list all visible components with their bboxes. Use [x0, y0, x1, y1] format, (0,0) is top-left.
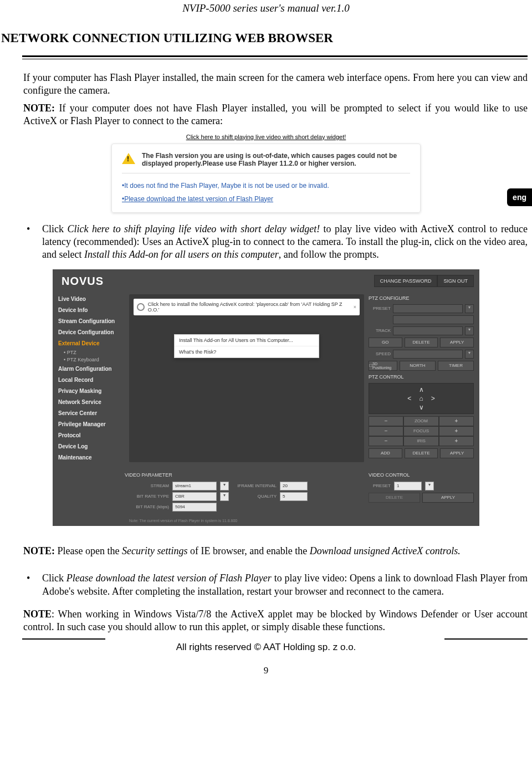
iframe-label: IFRAME INTERVAL	[232, 483, 277, 488]
cam-video-area[interactable]: Click here to install the following Acti…	[129, 294, 364, 462]
popup-risk-option[interactable]: What's the Risk?	[175, 346, 319, 357]
dropdown-icon[interactable]: ▾	[465, 350, 474, 359]
activex-install-bar[interactable]: Click here to install the following Acti…	[134, 299, 360, 315]
note1-label: NOTE:	[23, 103, 55, 114]
timer-button[interactable]: TIMER	[438, 361, 474, 371]
sidebar-item[interactable]: Device Configuration	[58, 328, 125, 337]
speed-input[interactable]	[393, 350, 463, 359]
bitrate-type-select[interactable]: CBR	[172, 492, 217, 501]
ptz-configure-title: PTZ CONFIGURE	[369, 294, 474, 302]
note1: NOTE: If your computer does not have Fla…	[23, 102, 528, 128]
sidebar-item[interactable]: Stream Configuration	[58, 316, 125, 326]
preset-name-input[interactable]	[393, 315, 474, 324]
info-icon	[137, 303, 145, 311]
stream-select[interactable]: stream1	[172, 482, 217, 490]
note1-text: If your computer does not have Flash Pla…	[23, 103, 528, 126]
bullet-icon: •	[27, 223, 42, 262]
quality-label: QUALITY	[232, 494, 277, 499]
track-input[interactable]	[393, 326, 463, 335]
bitrate-input[interactable]: 5094	[172, 503, 217, 512]
language-tab: eng	[507, 188, 532, 206]
video-parameter-title: VIDEO PARAMETER	[125, 470, 364, 480]
shift-widget-caption[interactable]: Click here to shift playing live video w…	[0, 134, 532, 140]
section-title: NETWORK CONNECTION UTILIZING WEB BROWSER	[0, 31, 532, 55]
cam-footnote: Note: The current version of Flash Playe…	[53, 519, 479, 526]
sidebar-item[interactable]: Privilege Manager	[58, 420, 125, 429]
bullet-icon: •	[27, 572, 42, 598]
sidebar-item-selected[interactable]: External Device	[58, 339, 125, 348]
apply-button2[interactable]: APPLY	[440, 448, 474, 458]
bitrate-label: BIT RATE (kbps)	[125, 504, 169, 509]
ptz-up-icon[interactable]: ∧	[419, 386, 424, 393]
sidebar-subitem[interactable]: • PTZ Keyboard	[58, 357, 125, 362]
preset-input[interactable]	[393, 304, 463, 313]
iris-minus[interactable]: −	[369, 436, 403, 446]
sidebar-item[interactable]: Live Video	[58, 294, 125, 304]
speed-label: SPEED	[369, 351, 391, 356]
ptz-left-icon[interactable]: <	[407, 395, 411, 402]
dropdown-icon[interactable]: ▾	[220, 492, 229, 501]
sign-out-button[interactable]: SIGN OUT	[437, 275, 474, 287]
dropdown-icon[interactable]: ▾	[465, 304, 474, 313]
flash-link-download[interactable]: •Please download the latest version of F…	[122, 192, 410, 206]
sidebar-subitem[interactable]: • PTZ	[58, 350, 125, 355]
camera-ui-screenshot: NOVUS CHANGE PASSWORD SIGN OUT Live Vide…	[53, 269, 479, 526]
vc-preset-input[interactable]: 1	[394, 482, 422, 490]
ptz-home-icon[interactable]: ⌂	[419, 395, 423, 402]
stream-label: STREAM	[125, 483, 169, 488]
video-control-title: VIDEO CONTROL	[369, 470, 474, 480]
delete-button[interactable]: DELETE	[405, 338, 438, 347]
vc-delete-button[interactable]: DELETE	[369, 493, 420, 503]
iris-plus[interactable]: +	[439, 436, 474, 446]
sidebar-item[interactable]: Device Info	[58, 305, 125, 315]
page-number: 9	[0, 665, 532, 676]
vc-apply-button[interactable]: APPLY	[422, 493, 474, 503]
ptz-pad: ∧ <⌂> ∨	[369, 383, 474, 414]
bullet1-text: Click Click here to shift playing life v…	[42, 223, 528, 262]
popup-install-option[interactable]: Install This Add-on for All Users on Thi…	[175, 335, 319, 346]
sidebar-item[interactable]: Alarm Configuration	[58, 364, 125, 374]
note2: NOTE: Please open the Security settings …	[23, 545, 528, 558]
close-icon[interactable]: ×	[354, 304, 356, 310]
ptz-right-icon[interactable]: >	[431, 395, 435, 402]
sidebar-item[interactable]: Privacy Masking	[58, 386, 125, 396]
focus-plus[interactable]: +	[439, 426, 474, 436]
ptz-control-title: PTZ CONTROL	[369, 373, 474, 381]
vc-preset-label: PRESET	[369, 483, 391, 488]
sidebar-item[interactable]: Local Record	[58, 375, 125, 385]
double-rule	[22, 55, 528, 59]
sidebar-item[interactable]: Device Log	[58, 442, 125, 451]
sidebar-item[interactable]: Service Center	[58, 408, 125, 418]
flash-warning-text: The Flash version you are using is out-o…	[142, 152, 410, 167]
add-button[interactable]: ADD	[369, 448, 402, 458]
apply-button[interactable]: APPLY	[440, 338, 474, 347]
dropdown-icon[interactable]: ▾	[220, 482, 229, 490]
zoom-plus[interactable]: +	[439, 416, 474, 426]
zoom-minus[interactable]: −	[369, 416, 403, 426]
bullet2-text: Click Please download the latest version…	[42, 572, 528, 598]
sidebar-item[interactable]: Maintenance	[58, 453, 125, 462]
doc-header: NVIP-5000 series user's manual ver.1.0	[0, 0, 532, 31]
iframe-input[interactable]: 20	[280, 482, 308, 490]
preset-label: PRESET	[369, 306, 391, 311]
quality-input[interactable]: 5	[280, 492, 308, 501]
novus-logo: NOVUS	[58, 275, 104, 288]
sidebar-item[interactable]: Protocol	[58, 431, 125, 440]
ptz-down-icon[interactable]: ∨	[419, 403, 424, 411]
dropdown-icon[interactable]: ▾	[465, 326, 474, 335]
zoom-focus-iris-grid: −ZOOM+ −FOCUS+ −IRIS+	[369, 416, 474, 446]
copyright: All rights reserved © AAT Holding sp. z …	[0, 640, 532, 665]
focus-minus[interactable]: −	[369, 426, 403, 436]
dropdown-icon[interactable]: ▾	[425, 482, 434, 490]
delete-button2[interactable]: DELETE	[405, 448, 438, 458]
go-button[interactable]: GO	[369, 338, 402, 347]
north-button[interactable]: NORTH	[400, 361, 436, 371]
3d-positioning-checkbox[interactable]: ☐ 3D Positioning	[369, 361, 397, 371]
change-password-button[interactable]: CHANGE PASSWORD	[374, 275, 438, 287]
cam-sidebar: Live Video Device Info Stream Configurat…	[58, 294, 125, 462]
intro-paragraph: If your computer has Flash Player instal…	[23, 71, 528, 98]
install-popup: Install This Add-on for All Users on Thi…	[174, 334, 319, 358]
sidebar-item[interactable]: Network Service	[58, 397, 125, 407]
flash-link-notfound: •It does not find the Flash Player, Mayb…	[122, 179, 410, 192]
track-label: TRACK	[369, 328, 391, 333]
